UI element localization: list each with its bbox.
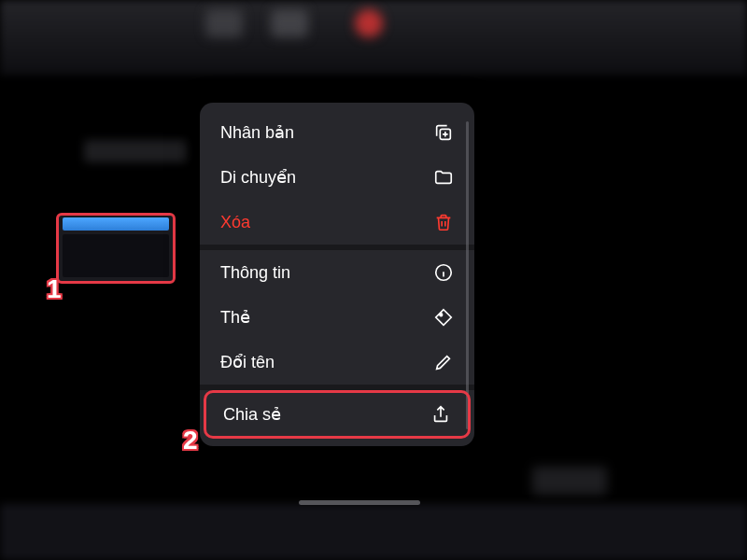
- background-text-blurred: [84, 140, 187, 162]
- trash-icon: [433, 212, 454, 232]
- menu-label: Chia sẻ: [223, 404, 281, 425]
- background-element-blurred: [532, 467, 607, 495]
- context-menu: Nhân bản Di chuyển Xóa Thông tin: [200, 103, 474, 446]
- thumbnail-body: [63, 234, 169, 277]
- menu-item-info[interactable]: Thông tin: [200, 250, 474, 295]
- sheet-grabber[interactable]: [299, 500, 420, 505]
- share-icon: [430, 404, 451, 425]
- menu-item-rename[interactable]: Đổi tên: [200, 340, 474, 385]
- svg-point-2: [440, 314, 443, 316]
- project-thumbnail[interactable]: [56, 213, 176, 284]
- menu-label: Đổi tên: [220, 352, 275, 372]
- menu-item-share[interactable]: Chia sẻ: [204, 390, 471, 439]
- tag-icon: [433, 307, 454, 328]
- toolbar-icon-blurred: [271, 9, 308, 37]
- menu-item-duplicate[interactable]: Nhân bản: [200, 110, 474, 155]
- pencil-icon: [433, 352, 454, 372]
- annotation-2: 2: [183, 426, 198, 455]
- menu-label: Thông tin: [220, 263, 290, 283]
- waveform-preview: [63, 217, 169, 231]
- menu-item-tag[interactable]: Thẻ: [200, 295, 474, 340]
- folder-icon: [433, 167, 454, 188]
- menu-label: Nhân bản: [220, 122, 294, 143]
- menu-item-delete[interactable]: Xóa: [200, 200, 474, 245]
- annotation-1: 1: [47, 274, 62, 304]
- menu-item-move[interactable]: Di chuyển: [200, 155, 474, 200]
- info-icon: [433, 262, 454, 283]
- menu-label: Thẻ: [220, 307, 250, 328]
- menu-label: Di chuyển: [220, 167, 296, 188]
- toolbar-icon-blurred: [205, 9, 243, 37]
- duplicate-icon: [433, 122, 454, 143]
- record-button-blurred: [355, 9, 383, 37]
- bottom-bar-blurred: [0, 504, 747, 560]
- menu-label: Xóa: [220, 213, 250, 232]
